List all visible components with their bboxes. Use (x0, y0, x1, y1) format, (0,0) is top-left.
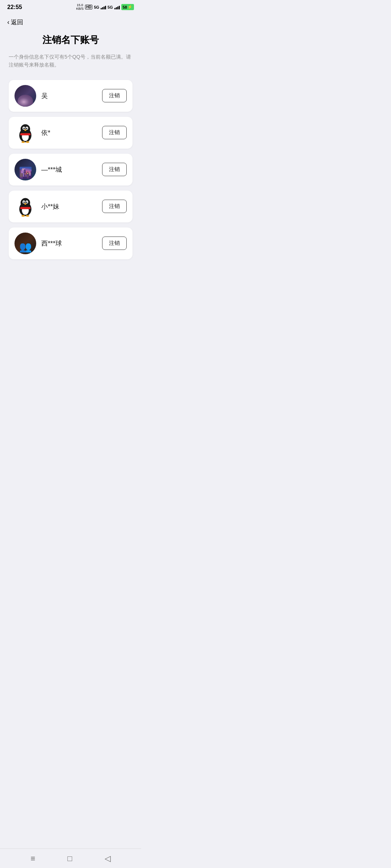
avatar-wu (14, 85, 36, 107)
back-label: 返回 (11, 18, 23, 26)
cancel-button-1[interactable]: 注销 (102, 89, 127, 102)
account-item: 西***球 注销 (9, 227, 133, 259)
status-icons: 15.0KB/S HD 5G 5G 58 ⚡ (76, 4, 134, 11)
page-description: 一个身份信息名下仅可有5个QQ号，当前名额已满。请注销账号来释放名额。 (9, 53, 133, 69)
account-item: 小**妹 注销 (9, 191, 133, 222)
account-list: 吴 注销 (9, 80, 133, 259)
5g-signal-1: 5G (94, 5, 99, 9)
network-speed: 15.0KB/S (76, 4, 84, 11)
cancel-button-3[interactable]: 注销 (102, 163, 127, 176)
back-button[interactable]: ‹ 返回 (0, 13, 30, 30)
svg-rect-10 (20, 133, 31, 135)
avatar-qq-1 (14, 122, 36, 144)
svg-point-7 (24, 128, 24, 128)
5g-signal-2: 5G (108, 5, 113, 9)
account-item: 依* 注销 (9, 117, 133, 149)
hd-badge: HD (85, 5, 92, 9)
svg-point-15 (21, 198, 30, 207)
svg-point-22 (24, 203, 26, 204)
avatar-qq-2 (14, 196, 36, 217)
account-name: —***城 (41, 165, 97, 174)
battery-icon: 58 ⚡ (121, 4, 134, 10)
charging-icon: ⚡ (127, 5, 133, 9)
svg-point-25 (26, 215, 29, 217)
cancel-button-5[interactable]: 注销 (102, 237, 127, 250)
avatar-group (14, 233, 36, 254)
page-title: 注销名下账号 (9, 34, 133, 46)
svg-point-2 (21, 124, 30, 133)
signal-bars-2 (114, 5, 120, 9)
cancel-button-2[interactable]: 注销 (102, 126, 127, 139)
svg-point-8 (26, 128, 27, 128)
account-item: —***城 注销 (9, 154, 133, 186)
account-name: 依* (41, 128, 97, 137)
back-arrow-icon: ‹ (7, 18, 9, 26)
account-name: 小**妹 (41, 202, 97, 211)
status-time: 22:55 (7, 4, 22, 10)
account-name: 西***球 (41, 239, 97, 248)
svg-point-20 (24, 201, 24, 202)
main-content: 注销名下账号 一个身份信息名下仅可有5个QQ号，当前名额已满。请注销账号来释放名… (0, 30, 141, 270)
account-name: 吴 (41, 92, 97, 100)
signal-bars-1 (101, 5, 106, 9)
svg-point-12 (26, 141, 29, 143)
svg-point-9 (24, 129, 26, 131)
svg-point-11 (21, 141, 25, 143)
svg-rect-23 (20, 207, 31, 209)
account-item: 吴 注销 (9, 80, 133, 112)
status-bar: 22:55 15.0KB/S HD 5G 5G 58 ⚡ (0, 0, 141, 13)
svg-point-24 (21, 215, 25, 217)
cancel-button-4[interactable]: 注销 (102, 200, 127, 213)
avatar-city (14, 159, 36, 180)
svg-point-21 (26, 201, 27, 202)
